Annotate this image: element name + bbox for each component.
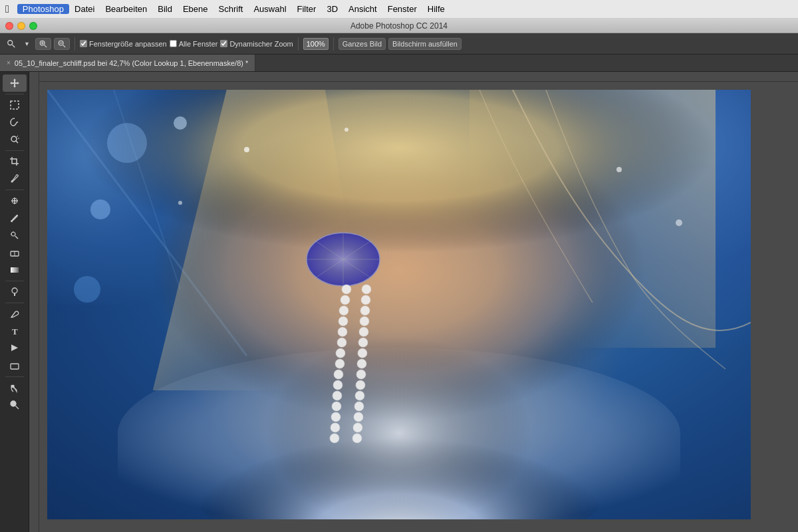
photo-display: [47, 90, 751, 519]
options-toolbar: ▼ Fenstergröße anpassen Alle Fenster Dyn…: [0, 33, 798, 55]
fit-image-button[interactable]: Ganzes Bild: [338, 38, 386, 50]
menu-bild[interactable]: Bild: [152, 4, 178, 14]
tool-separator-4: [5, 281, 24, 281]
ruler-top: [29, 72, 798, 82]
menu-ansicht[interactable]: Ansicht: [343, 4, 382, 14]
brush-tool[interactable]: [3, 209, 27, 227]
traffic-lights: [5, 22, 37, 30]
svg-rect-21: [11, 364, 19, 369]
dynamic-zoom-label: Dynamischer Zoom: [229, 40, 293, 48]
pen-tool[interactable]: [3, 305, 27, 323]
svg-point-0: [8, 40, 13, 45]
svg-line-3: [45, 45, 47, 47]
menu-fenster[interactable]: Fenster: [382, 4, 422, 14]
document-tab-title: 05_10_finaler_schliff.psd bei 42,7% (Col…: [15, 59, 248, 67]
fill-screen-button[interactable]: Bildschirm ausfüllen: [388, 38, 462, 50]
menu-bearbeiten[interactable]: Bearbeiten: [100, 4, 152, 14]
minimize-button[interactable]: [17, 22, 25, 30]
zoom-tool-icon[interactable]: [4, 38, 19, 50]
hand-tool[interactable]: [3, 379, 27, 396]
svg-line-7: [63, 45, 65, 47]
maximize-button[interactable]: [29, 22, 37, 30]
document-tab[interactable]: × 05_10_finaler_schliff.psd bei 42,7% (C…: [0, 55, 255, 71]
svg-text:T: T: [12, 327, 18, 336]
toolbar-divider-1: [74, 37, 75, 51]
left-toolbar: T: [0, 72, 29, 532]
menu-schrift[interactable]: Schrift: [213, 4, 249, 14]
menu-ebene[interactable]: Ebene: [178, 4, 213, 14]
crop-tool[interactable]: [3, 153, 27, 170]
svg-rect-9: [11, 101, 19, 109]
all-windows-checkbox-group[interactable]: Alle Fenster: [170, 40, 218, 48]
menu-datei[interactable]: Datei: [69, 4, 100, 14]
canvas-actual: [39, 82, 798, 532]
gradient-tool[interactable]: [3, 261, 27, 279]
svg-line-23: [15, 406, 19, 410]
all-windows-label: Alle Fenster: [179, 40, 218, 48]
menu-bar:  Photoshop Datei Bearbeiten Bild Ebene …: [0, 0, 798, 19]
close-tab-icon[interactable]: ×: [7, 59, 11, 66]
canvas-area: [29, 72, 798, 532]
fit-window-checkbox-group[interactable]: Fenstergröße anpassen: [80, 40, 167, 48]
dynamic-zoom-checkbox-group[interactable]: Dynamischer Zoom: [220, 40, 293, 48]
image-canvas[interactable]: [47, 90, 751, 519]
svg-point-18: [12, 288, 17, 293]
svg-line-1: [12, 45, 15, 47]
tool-separator-6: [5, 376, 24, 377]
eyedropper-tool[interactable]: [3, 170, 27, 188]
zoom-value-input[interactable]: [303, 38, 329, 50]
healing-tool[interactable]: [3, 192, 27, 209]
move-tool[interactable]: [3, 74, 27, 92]
zoom-in-button[interactable]: [35, 38, 51, 50]
workspace: T: [0, 72, 798, 532]
apple-logo-icon: : [5, 3, 9, 15]
title-bar: Adobe Photoshop CC 2014: [0, 19, 798, 33]
fit-window-label: Fenstergröße anpassen: [89, 40, 167, 48]
window-title: Adobe Photoshop CC 2014: [350, 21, 448, 31]
dynamic-zoom-checkbox[interactable]: [220, 40, 227, 47]
marquee-tool[interactable]: [3, 96, 27, 114]
toolbar-divider-3: [333, 37, 334, 51]
zoom-dropdown-icon[interactable]: ▼: [21, 39, 33, 49]
tool-separator-5: [5, 303, 24, 303]
zoom-out-button[interactable]: [54, 38, 70, 50]
dodge-tool[interactable]: [3, 283, 27, 301]
svg-point-10: [11, 136, 17, 142]
eraser-tool[interactable]: [3, 244, 27, 261]
clone-stamp-tool[interactable]: [3, 227, 27, 244]
toolbar-divider-2: [298, 37, 299, 51]
quick-select-tool[interactable]: [3, 131, 27, 148]
ruler-left: [29, 72, 39, 532]
fit-window-checkbox[interactable]: [80, 40, 87, 47]
shape-tool[interactable]: [3, 357, 27, 374]
lasso-tool[interactable]: [3, 114, 27, 131]
document-tab-bar: × 05_10_finaler_schliff.psd bei 42,7% (C…: [0, 55, 798, 72]
menu-photoshop[interactable]: Photoshop: [17, 4, 69, 14]
tool-separator-3: [5, 190, 24, 190]
all-windows-checkbox[interactable]: [170, 40, 177, 47]
svg-point-11: [11, 181, 13, 183]
menu-3d[interactable]: 3D: [321, 4, 343, 14]
menu-hilfe[interactable]: Hilfe: [422, 4, 450, 14]
svg-rect-17: [11, 267, 19, 273]
tool-separator-2: [5, 150, 24, 151]
text-tool[interactable]: T: [3, 323, 27, 340]
path-select-tool[interactable]: [3, 340, 27, 357]
menu-filter[interactable]: Filter: [292, 4, 322, 14]
close-button[interactable]: [5, 22, 13, 30]
zoom-tool-left[interactable]: [3, 396, 27, 414]
svg-point-13: [11, 220, 13, 222]
menu-auswahl[interactable]: Auswahl: [248, 4, 291, 14]
wispy-element-2: [118, 348, 680, 519]
tool-separator-1: [5, 94, 24, 94]
